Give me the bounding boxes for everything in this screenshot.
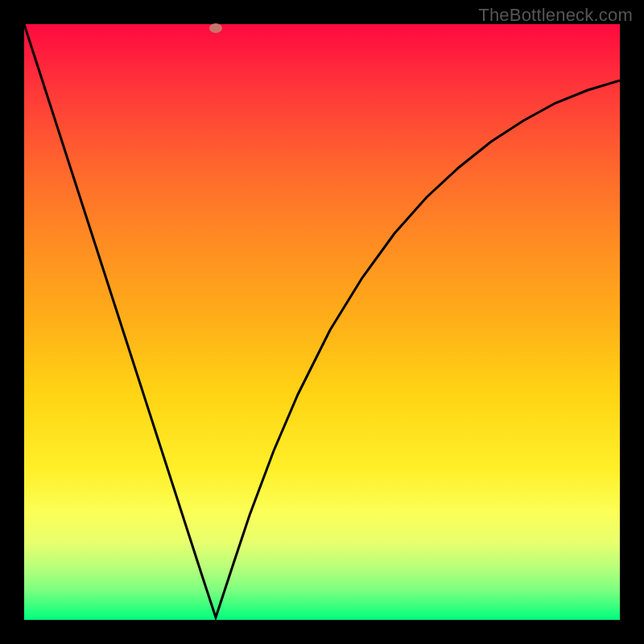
watermark-text: TheBottleneck.com xyxy=(478,5,633,26)
minimum-marker xyxy=(209,23,222,33)
chart-frame: TheBottleneck.com xyxy=(0,0,644,644)
bottleneck-curve xyxy=(24,24,620,617)
curve-svg xyxy=(24,24,620,620)
plot-area xyxy=(24,24,620,620)
